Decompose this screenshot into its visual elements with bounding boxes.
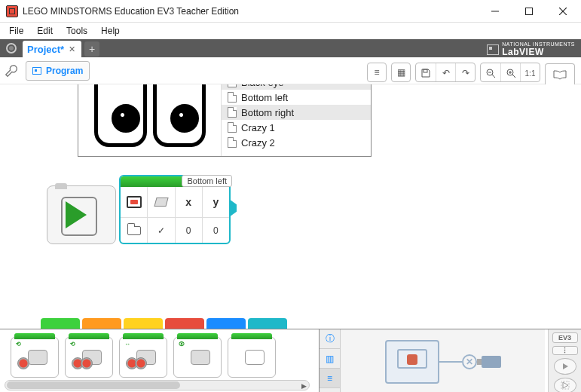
play-icon <box>66 201 87 228</box>
folder-icon <box>127 226 141 235</box>
palette-move-steering[interactable]: ↔ <box>119 337 167 378</box>
zoom-in-button[interactable] <box>500 63 520 82</box>
wrench-icon[interactable] <box>5 64 18 78</box>
palette-large-motor[interactable]: ⟲ <box>65 337 113 378</box>
labview-logo: NATIONAL INSTRUMENTS LabVIEW <box>487 41 575 57</box>
y-label: y <box>203 187 229 217</box>
file-select[interactable] <box>121 218 148 243</box>
scroll-thumb[interactable] <box>7 381 180 389</box>
port-view-tab[interactable]: ▥ <box>320 349 340 369</box>
svg-line-6 <box>492 75 495 78</box>
image-item-black-eye[interactable]: Black eye <box>222 84 371 90</box>
menu-help[interactable]: Help <box>95 24 126 38</box>
svg-marker-13 <box>563 382 568 388</box>
block-connector <box>229 199 237 217</box>
palette-tab-advanced[interactable] <box>206 318 246 329</box>
run-button[interactable] <box>554 358 576 374</box>
close-button[interactable] <box>546 0 579 23</box>
add-project-tab[interactable]: + <box>84 41 99 57</box>
menu-file[interactable]: File <box>3 24 29 38</box>
scroll-right-icon[interactable]: ▶ <box>298 381 309 391</box>
image-list[interactable]: Awake Black eye Bottom left Bottom right… <box>222 84 371 156</box>
undo-button[interactable]: ↶ <box>436 63 455 82</box>
image-picker-dropdown: Awake Black eye Bottom left Bottom right… <box>78 84 372 157</box>
program-tab-label: Program <box>46 66 83 76</box>
app-icon <box>6 5 18 17</box>
image-item-crazy-2[interactable]: Crazy 2 <box>222 135 371 150</box>
list-button[interactable]: ≡ <box>367 63 387 82</box>
file-icon <box>228 122 237 133</box>
canvas[interactable]: Awake Black eye Bottom left Bottom right… <box>0 84 581 318</box>
eye-right-icon <box>153 84 206 147</box>
content-editor-button[interactable] <box>545 63 575 84</box>
available-bricks-tab[interactable]: ≡ <box>320 369 340 388</box>
menu-edit[interactable]: Edit <box>31 24 59 38</box>
menu-tools[interactable]: Tools <box>60 24 93 38</box>
clear-value[interactable]: ✓ <box>148 218 175 243</box>
x-value[interactable]: 0 <box>176 218 203 243</box>
display-mode-icon[interactable] <box>121 187 148 217</box>
image-item-bottom-left[interactable]: Bottom left <box>222 90 371 105</box>
x-label: x <box>176 187 203 217</box>
lobby-button[interactable] <box>0 39 23 57</box>
file-icon <box>228 107 237 118</box>
file-icon <box>228 84 237 87</box>
save-button[interactable] <box>416 63 436 82</box>
palette-tab-data[interactable] <box>165 318 204 329</box>
clear-screen-icon[interactable] <box>148 187 175 217</box>
disconnected-icon: ✕ <box>462 354 477 369</box>
palette-move-tank[interactable]: ⦿ <box>173 337 222 378</box>
window-title: LEGO MINDSTORMS Education EV3 Teacher Ed… <box>23 6 478 17</box>
brick-info-tab[interactable]: ⓘ <box>320 329 340 349</box>
titlebar: LEGO MINDSTORMS Education EV3 Teacher Ed… <box>0 0 581 23</box>
toolbar: Program ≡ ▦ ↶ ↷ 1:1 <box>0 57 581 84</box>
zoom-fit-button[interactable]: 1:1 <box>520 63 540 82</box>
image-item-crazy-1[interactable]: Crazy 1 <box>222 120 371 135</box>
run-selected-button[interactable] <box>554 378 576 392</box>
hardware-tabs: ⓘ ▥ ≡ <box>320 329 341 392</box>
palette-tab-flow[interactable] <box>82 318 121 329</box>
palette-items: ⟲ ⟲ ↔ ⦿ <box>11 337 276 378</box>
palette-scrollbar[interactable]: ◀ ▶ <box>5 380 310 390</box>
connection-diagram: ✕ <box>341 329 545 392</box>
menubar: File Edit Tools Help <box>0 23 581 39</box>
display-filename[interactable]: Bottom left <box>182 175 232 187</box>
file-group: ↶ ↷ <box>415 63 476 82</box>
program-icon <box>32 67 41 75</box>
download-button[interactable]: ⋮ <box>552 346 578 355</box>
zoom-out-button[interactable] <box>481 63 500 82</box>
svg-rect-4 <box>424 69 427 72</box>
program-tab[interactable]: Program <box>26 61 90 81</box>
usb-icon <box>482 356 501 368</box>
file-icon <box>228 137 237 148</box>
minimize-button[interactable] <box>478 0 512 23</box>
image-item-bottom-right[interactable]: Bottom right <box>222 105 371 120</box>
project-tab-close[interactable]: ✕ <box>67 44 77 54</box>
palette-tab-myblocks[interactable] <box>248 318 287 329</box>
palette-tab-sensor[interactable] <box>124 318 163 329</box>
display-block[interactable]: Bottom left x y ✓ 0 0 <box>119 175 231 244</box>
image-preview <box>78 84 222 156</box>
maximize-button[interactable] <box>512 0 546 23</box>
y-value[interactable]: 0 <box>203 218 229 243</box>
palette: ⟲ ⟲ ↔ ⦿ ◀ ▶ ⓘ ▥ ≡ ✕ E <box>0 318 581 392</box>
brick-icon <box>385 340 439 384</box>
start-block[interactable] <box>47 185 116 244</box>
zoom-group: 1:1 <box>480 63 540 82</box>
palette-display[interactable] <box>228 337 276 378</box>
ev3-label[interactable]: EV3 <box>552 332 578 343</box>
project-tab[interactable]: Project* ✕ <box>23 41 81 57</box>
palette-medium-motor[interactable]: ⟲ <box>11 337 59 378</box>
palette-tab-action[interactable] <box>41 318 80 329</box>
eye-left-icon <box>94 84 147 147</box>
connection-line <box>439 361 462 363</box>
project-tab-label: Project* <box>27 44 64 55</box>
redo-button[interactable]: ↷ <box>455 63 475 82</box>
grid-button[interactable]: ▦ <box>391 63 411 82</box>
run-controls: EV3 ⋮ <box>548 329 581 392</box>
block-sequence: Bottom left x y ✓ 0 0 <box>47 175 231 244</box>
file-icon <box>228 92 237 103</box>
svg-line-9 <box>512 75 515 78</box>
svg-marker-12 <box>563 363 568 369</box>
svg-rect-1 <box>525 8 532 14</box>
